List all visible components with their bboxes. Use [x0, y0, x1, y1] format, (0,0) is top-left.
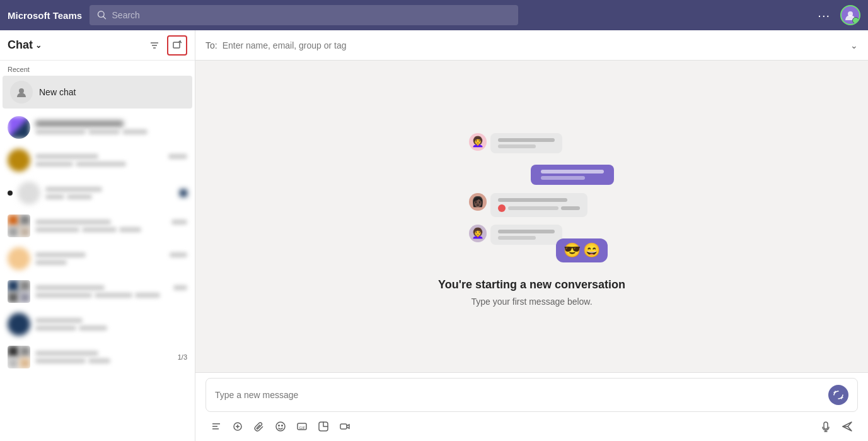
chat-page-num: 1/3: [178, 353, 187, 361]
gif-button[interactable]: GIF: [292, 417, 311, 436]
illustration-emoji-row: 😎 😄: [556, 238, 608, 262]
to-input[interactable]: [223, 40, 845, 50]
list-item[interactable]: [0, 242, 195, 275]
illustration-row-reply: [531, 165, 614, 185]
chat-item-content: [35, 154, 187, 167]
message-input-box: [205, 378, 858, 412]
emoji-button[interactable]: [271, 417, 290, 436]
send-refresh-button[interactable]: [828, 385, 848, 405]
chat-item-content: [35, 318, 187, 331]
list-item[interactable]: [0, 209, 195, 242]
chat-dropdown-icon[interactable]: ⌄: [35, 41, 42, 50]
chat-section-title: Chat ⌄: [8, 38, 42, 52]
chat-item-badge: [180, 189, 187, 197]
chat-item-preview: [35, 162, 187, 167]
illustration-bubble-2: [490, 193, 587, 217]
chat-label: Chat: [8, 38, 33, 52]
svg-point-13: [276, 422, 285, 431]
list-item[interactable]: 1/3: [0, 341, 195, 373]
svg-rect-6: [173, 42, 180, 48]
recent-label: Recent: [0, 61, 195, 76]
chat-item-time: [171, 220, 187, 225]
attach-button[interactable]: [228, 417, 247, 436]
chat-item-preview: [35, 260, 187, 265]
main-layout: Chat ⌄: [0, 30, 868, 441]
list-item[interactable]: [0, 144, 195, 177]
chat-item-preview: [35, 227, 187, 232]
chat-item-row: [35, 318, 187, 323]
filter-button[interactable]: [144, 35, 165, 56]
chat-item-preview: [45, 194, 175, 199]
paperclip-button[interactable]: [250, 417, 269, 436]
user-avatar[interactable]: [840, 5, 860, 25]
list-item[interactable]: [0, 308, 195, 341]
svg-text:GIF: GIF: [299, 426, 306, 430]
group-avatar: [8, 215, 30, 237]
message-input-area: GIF: [195, 372, 868, 441]
search-bar[interactable]: [90, 5, 518, 25]
chat-item-preview: [35, 129, 187, 134]
unread-indicator: [8, 191, 13, 196]
list-item[interactable]: [0, 275, 195, 308]
chat-item-row: [35, 285, 187, 290]
chat-item-row: [35, 154, 187, 159]
chat-item-row: [35, 252, 187, 257]
meet-button[interactable]: [335, 417, 354, 436]
illustration-bubble-3: [490, 225, 562, 245]
top-bar: Microsoft Teams ···: [0, 0, 868, 30]
new-chat-item[interactable]: New chat: [3, 76, 192, 109]
sidebar: Chat ⌄: [0, 30, 195, 441]
list-item[interactable]: [0, 111, 195, 144]
chat-item-row: [35, 351, 173, 356]
chat-item-content: [35, 285, 187, 298]
group-avatar: [8, 280, 30, 303]
chat-item-content: [35, 121, 187, 134]
emoji-cool: 😎: [564, 242, 581, 259]
to-chevron-icon[interactable]: ⌄: [850, 40, 858, 50]
conv-title: You're starting a new conversation: [438, 278, 625, 291]
illustration-avatar-1: 👩‍🦱: [469, 133, 487, 151]
to-label: To:: [205, 40, 217, 50]
chat-item-row: [45, 187, 175, 192]
chat-item-name: [35, 121, 124, 127]
sidebar-header: Chat ⌄: [0, 30, 195, 61]
conversation-start-text: You're starting a new conversation Type …: [438, 278, 625, 307]
to-header: To: ⌄: [195, 30, 868, 61]
illustration-bubble-reply: [531, 165, 614, 185]
chat-item-row: [35, 220, 187, 225]
new-chat-label: New chat: [39, 87, 76, 97]
chat-item-content: [35, 220, 187, 232]
sticker-button[interactable]: [314, 417, 333, 436]
chat-item-content: [45, 187, 175, 199]
chat-area: 👩‍🦱 👩🏿: [195, 61, 868, 372]
chat-item-content: [35, 351, 173, 363]
app-title: Microsoft Teams: [8, 10, 82, 21]
illustration-avatar-2: 👩🏿: [469, 193, 487, 211]
message-input[interactable]: [215, 390, 823, 400]
group-avatar: [8, 346, 30, 368]
top-right-actions: ···: [813, 5, 860, 25]
emoji-happy: 😄: [583, 242, 600, 259]
illustration-row-3: 👩‍🦱: [469, 225, 562, 245]
chat-time: [173, 285, 187, 290]
more-options-button[interactable]: ···: [813, 6, 835, 25]
new-chat-compose-button[interactable]: [167, 35, 187, 56]
list-item[interactable]: [0, 177, 195, 209]
audio-button[interactable]: [816, 417, 835, 436]
search-icon: [97, 10, 107, 20]
chat-item-content: [35, 252, 187, 265]
format-button[interactable]: [207, 417, 226, 436]
svg-rect-19: [340, 424, 347, 429]
send-button[interactable]: [838, 417, 857, 436]
search-input[interactable]: [112, 10, 511, 20]
new-chat-avatar: [10, 81, 33, 103]
svg-line-1: [103, 16, 105, 18]
conv-subtitle: Type your first message below.: [438, 297, 625, 307]
message-toolbar: GIF: [205, 417, 858, 436]
chat-item-preview: [35, 358, 173, 363]
chat-item-preview: [35, 293, 187, 298]
illustration-row-2: 👩🏿: [469, 193, 587, 217]
illustration-bubble-1: [490, 133, 562, 153]
chat-list: 1/3: [0, 109, 195, 441]
svg-point-9: [19, 88, 24, 93]
